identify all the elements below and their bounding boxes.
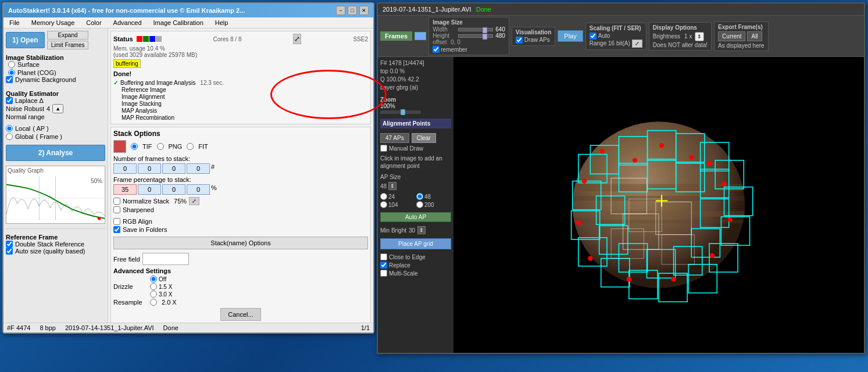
menu-memory[interactable]: Memory Usage <box>30 19 76 27</box>
frames-pct-1[interactable] <box>138 184 161 195</box>
auto-size-checkbox[interactable] <box>6 248 13 255</box>
stackname-button[interactable]: Stack(name) Options <box>113 237 368 249</box>
width-slider[interactable] <box>458 28 493 31</box>
quality-estimator-title: Quality Estimator <box>6 90 105 97</box>
export-current-btn[interactable]: Current <box>718 31 745 41</box>
format-color-btn[interactable] <box>113 140 126 153</box>
main-image-canvas[interactable] <box>453 57 864 353</box>
statusbar-frame: #F 4474 <box>7 324 30 331</box>
frames-count-1[interactable] <box>138 163 161 174</box>
frames-pct-3[interactable] <box>187 184 210 195</box>
frames-count-group: Number of frames to stack: # <box>113 155 368 174</box>
tif-radio[interactable] <box>131 143 138 150</box>
svg-point-44 <box>671 277 676 281</box>
range-expand-btn[interactable]: ⤢ <box>632 40 642 48</box>
analyse-button[interactable]: 2) Analyse <box>6 145 105 161</box>
frames-count-3[interactable] <box>187 163 210 174</box>
normalize-range-btn[interactable]: ⤢ <box>189 197 199 205</box>
remember-checkbox[interactable] <box>433 46 440 53</box>
autostakkert-window: AutoStakkert! 3.0.14 (x64) - free for no… <box>2 2 374 334</box>
manual-draw-checkbox[interactable] <box>380 145 387 152</box>
sharpened-checkbox[interactable] <box>113 206 120 213</box>
auto-checkbox[interactable] <box>590 33 596 40</box>
local-radio[interactable] <box>6 125 13 132</box>
limit-frames-button[interactable]: Limit Frames <box>47 41 89 49</box>
progress-item-2: Image Alignment <box>113 94 368 100</box>
maximize-btn[interactable]: □ <box>348 6 357 15</box>
quality-graph-title: Quality Graph <box>6 166 105 175</box>
drizzle-30x-radio[interactable] <box>150 291 157 298</box>
double-stack-checkbox[interactable] <box>6 241 13 248</box>
format-row: TIF PNG FIT <box>113 140 368 153</box>
export-group: Export Frame(s) Current All As displayed… <box>714 22 769 51</box>
rgb-align-checkbox[interactable] <box>113 218 120 225</box>
brightness-arrows-btn[interactable]: ⇕ <box>695 32 704 41</box>
svg-point-3 <box>98 217 101 220</box>
zoom-slider[interactable] <box>380 110 421 114</box>
planet-label: Planet (COG) <box>17 69 56 76</box>
frames-pct-2[interactable] <box>162 184 185 195</box>
frames-tab[interactable]: Frames <box>380 31 412 41</box>
frames-count-0[interactable] <box>113 163 137 174</box>
ap-clear-btn[interactable]: Clear <box>412 133 436 143</box>
ap-104-radio[interactable] <box>380 201 387 208</box>
stack-options-panel: Stack Options TIF PNG FIT Number of fram… <box>110 127 371 323</box>
noise-up-btn[interactable]: ▲ <box>52 104 63 113</box>
dynamic-bg-checkbox[interactable] <box>6 76 13 83</box>
multi-scale-checkbox[interactable] <box>380 270 387 277</box>
menu-file[interactable]: File <box>8 19 21 27</box>
auto-ap-button[interactable]: Auto AP <box>380 212 451 222</box>
ap-size-value-row: 48 ⇕ <box>380 182 451 190</box>
min-bright-row: Min Bright 30 ⇕ <box>380 226 451 234</box>
ap-count-btn[interactable]: 47 APs <box>380 133 409 143</box>
right-panel: 2019-07-14-1351_1-Jupiter.AVI Done Frame… <box>377 2 865 354</box>
png-radio[interactable] <box>157 143 164 150</box>
frames-pct-0[interactable] <box>113 184 137 195</box>
save-folders-checkbox[interactable] <box>113 226 120 233</box>
cancel-button[interactable]: Cancel... <box>220 308 260 321</box>
open-button[interactable]: 1) Open <box>6 32 45 48</box>
planet-radio[interactable] <box>8 69 15 76</box>
replace-checkbox[interactable] <box>380 262 387 269</box>
menu-color[interactable]: Color <box>85 19 102 27</box>
frames-count-2[interactable] <box>162 163 185 174</box>
global-radio[interactable] <box>6 133 13 140</box>
menu-help[interactable]: Help <box>214 19 230 27</box>
local-global-section: Local ( AP ) Global ( Frame ) <box>6 125 105 140</box>
close-btn[interactable]: ✕ <box>359 6 369 15</box>
expand-button[interactable]: Expand <box>47 31 89 40</box>
close-edge-checkbox[interactable] <box>380 253 387 260</box>
normalize-checkbox[interactable] <box>113 198 120 205</box>
height-slider[interactable] <box>458 34 493 38</box>
play-button[interactable]: Play <box>558 30 583 42</box>
range-label: Range 16 bit(A) <box>590 40 630 46</box>
expand-icon-btn[interactable]: ⤢ <box>293 34 301 44</box>
ap-48-radio[interactable] <box>416 193 423 200</box>
export-all-btn[interactable]: All <box>747 31 762 41</box>
place-ap-button[interactable]: Place AP grid <box>380 238 451 249</box>
menu-advanced[interactable]: Advanced <box>112 19 143 27</box>
min-bright-arrows-btn[interactable]: ⇕ <box>417 226 426 234</box>
menu-calibration[interactable]: Image Calibration <box>152 19 205 27</box>
zoom-label: Zoom <box>380 96 451 103</box>
ap-24-radio[interactable] <box>380 193 387 200</box>
ap-200-radio[interactable] <box>416 201 423 208</box>
minimize-btn[interactable]: − <box>336 6 345 15</box>
fit-radio[interactable] <box>187 143 194 150</box>
draw-aps-checkbox[interactable] <box>516 37 523 44</box>
auto-size-label: Auto size (quality based) <box>15 248 85 255</box>
noise-row: Noise Robust 4 ▲ <box>6 104 105 113</box>
hash-label: # <box>211 163 215 174</box>
frame-top: top 0.0 % <box>380 67 451 76</box>
free-field-input[interactable] <box>142 253 189 265</box>
laplace-checkbox[interactable] <box>6 97 13 104</box>
replace-row: Replace <box>380 262 451 269</box>
ap-size-arrows-btn[interactable]: ⇕ <box>388 182 397 190</box>
app-title: AutoStakkert! 3.0.14 (x64) - free for no… <box>8 7 245 14</box>
surface-radio[interactable] <box>8 61 15 68</box>
drizzle-15x-radio[interactable] <box>150 283 157 290</box>
drizzle-off-radio[interactable] <box>150 276 157 282</box>
laplace-label: Laplace Δ <box>15 97 44 104</box>
height-label: Height <box>433 33 456 39</box>
resample-radio[interactable] <box>150 299 157 306</box>
